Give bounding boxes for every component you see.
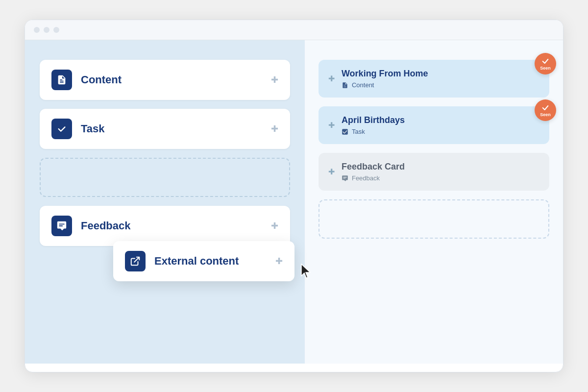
april-seen-label: Seen bbox=[540, 112, 551, 117]
feedback-card-move-icon[interactable]: ✚ bbox=[271, 220, 278, 231]
feedback-info: Feedback Card Feedback bbox=[342, 162, 539, 182]
external-content-move-icon[interactable]: ✚ bbox=[275, 256, 283, 267]
wfh-title: Working From Home bbox=[342, 69, 539, 79]
right-placeholder bbox=[318, 199, 549, 239]
wfh-seen-check-icon bbox=[541, 57, 549, 65]
april-sub: Task bbox=[342, 128, 539, 135]
feedback-right-sub: Feedback bbox=[342, 174, 539, 182]
feedback-card-left[interactable]: Feedback ✚ bbox=[40, 206, 290, 246]
working-from-home-card[interactable]: ✚ Working From Home Content Seen bbox=[318, 60, 549, 98]
chat-icon bbox=[56, 220, 67, 231]
browser-dot-3 bbox=[53, 27, 59, 33]
wfh-sub: Content bbox=[342, 81, 539, 89]
april-seen-check-icon bbox=[541, 104, 549, 112]
browser-dot-1 bbox=[34, 27, 40, 33]
wfh-seen-label: Seen bbox=[540, 66, 551, 71]
content-card-icon bbox=[51, 70, 72, 90]
task-card[interactable]: Task ✚ bbox=[40, 109, 290, 149]
april-title: April Birthdays bbox=[342, 115, 539, 125]
feedback-right-sub-label: Feedback bbox=[352, 174, 380, 182]
browser-window: Content ✚ Task ✚ bbox=[24, 20, 564, 372]
right-panel: ✚ Working From Home Content Seen bbox=[305, 40, 563, 364]
left-panel: Content ✚ Task ✚ bbox=[25, 40, 305, 364]
content-card-label: Content bbox=[81, 74, 262, 86]
external-content-icon bbox=[125, 251, 146, 271]
document-icon bbox=[56, 74, 67, 85]
april-seen-badge: Seen bbox=[535, 99, 556, 121]
april-sub-label: Task bbox=[352, 128, 365, 135]
wfh-seen-badge: Seen bbox=[535, 53, 556, 74]
april-sub-icon bbox=[342, 128, 348, 135]
wfh-sub-icon bbox=[342, 82, 348, 89]
external-link-icon bbox=[130, 256, 141, 267]
april-info: April Birthdays Task bbox=[342, 115, 539, 135]
wfh-sub-label: Content bbox=[352, 81, 374, 89]
content-card-move-icon[interactable]: ✚ bbox=[271, 74, 278, 85]
browser-titlebar bbox=[25, 20, 563, 40]
april-move-icon[interactable]: ✚ bbox=[328, 121, 335, 130]
task-card-label: Task bbox=[81, 122, 262, 135]
wfh-move-icon[interactable]: ✚ bbox=[328, 74, 335, 83]
feedback-right-title: Feedback Card bbox=[342, 162, 539, 172]
task-card-icon bbox=[51, 119, 72, 139]
checkbox-icon bbox=[56, 123, 67, 134]
wfh-info: Working From Home Content bbox=[342, 69, 539, 89]
external-content-card-floating[interactable]: External content ✚ bbox=[113, 241, 294, 281]
task-card-move-icon[interactable]: ✚ bbox=[271, 123, 278, 134]
left-placeholder bbox=[40, 158, 290, 197]
april-birthdays-card[interactable]: ✚ April Birthdays Task Seen bbox=[318, 106, 549, 144]
feedback-card-label: Feedback bbox=[81, 220, 262, 232]
browser-dot-2 bbox=[44, 27, 49, 33]
external-content-label: External content bbox=[154, 255, 267, 268]
feedback-right-sub-icon bbox=[342, 175, 348, 182]
content-card[interactable]: Content ✚ bbox=[40, 60, 290, 100]
browser-content: Content ✚ Task ✚ bbox=[25, 40, 563, 364]
feedback-card-icon bbox=[51, 216, 72, 236]
feedback-move-icon[interactable]: ✚ bbox=[328, 167, 335, 176]
feedback-card-right[interactable]: ✚ Feedback Card Feedback bbox=[318, 153, 549, 191]
